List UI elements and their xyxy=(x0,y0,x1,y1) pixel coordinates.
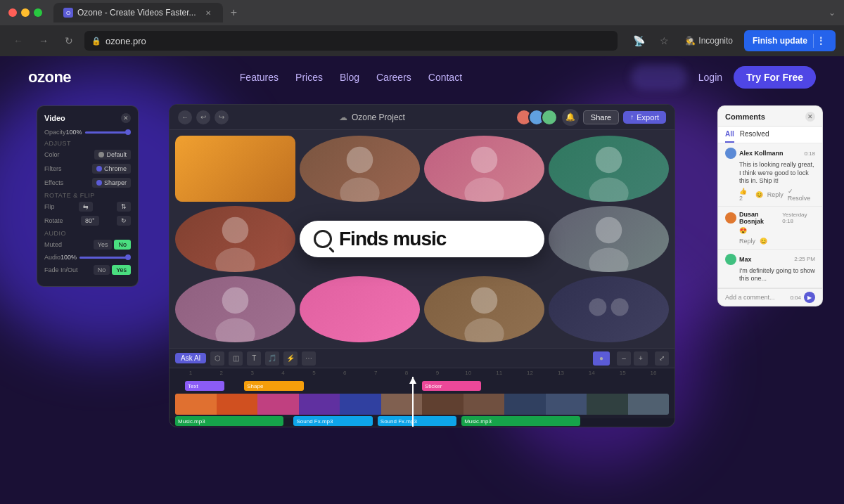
comment-avatar-3 xyxy=(725,254,736,265)
playhead[interactable] xyxy=(412,377,414,427)
fade-no-btn[interactable]: No xyxy=(94,265,110,275)
opacity-label: Opacity xyxy=(44,129,66,136)
music-track-1: Music.mp3 Sound Fx.mp3 Sound Fx.mp3 Musi… xyxy=(175,416,669,426)
comment-like-1[interactable]: 👍 2 xyxy=(739,188,751,202)
incognito-icon: 🕵️ xyxy=(685,36,696,46)
refresh-button[interactable]: ↻ xyxy=(59,31,79,51)
color-label: Color xyxy=(44,151,60,158)
minimize-window-button[interactable] xyxy=(21,8,30,17)
music-clip-1[interactable]: Music.mp3 xyxy=(175,416,283,426)
fade-toggle[interactable]: No Yes xyxy=(94,265,131,275)
comment-emoji-2[interactable]: 😊 xyxy=(760,238,767,245)
muted-no-btn[interactable]: No xyxy=(114,240,131,250)
timeline-icon-4[interactable]: 🎵 xyxy=(265,351,279,366)
finish-update-menu-icon[interactable]: ⋮ xyxy=(813,34,827,48)
color-value[interactable]: Default xyxy=(94,150,131,160)
app-redo-btn[interactable]: ↪ xyxy=(215,110,229,124)
timeline-icon-1[interactable]: ⬡ xyxy=(210,351,224,366)
opacity-slider[interactable] xyxy=(85,131,128,134)
website-content: ozone Features Prices Blog Careers Conta… xyxy=(0,56,844,504)
video-panel-close-button[interactable]: ✕ xyxy=(121,113,131,123)
filters-value[interactable]: Chrome xyxy=(92,164,131,174)
nav-careers[interactable]: Careers xyxy=(376,72,411,83)
timeline-zoom-out[interactable]: ● xyxy=(593,351,610,366)
adjust-section-label: Adjust xyxy=(44,140,131,147)
new-tab-button[interactable]: + xyxy=(226,4,243,21)
zoom-out-icon[interactable]: – xyxy=(617,351,631,366)
tab-close-button[interactable]: ✕ xyxy=(203,8,213,18)
flip-vertical-value[interactable]: ⇅ xyxy=(117,202,131,212)
nav-features[interactable]: Features xyxy=(240,72,279,83)
comment-send-button[interactable]: ▶ xyxy=(804,292,815,303)
comment-input-area[interactable]: Add a comment... 0:04 ▶ xyxy=(718,288,822,306)
maximize-window-button[interactable] xyxy=(34,8,42,17)
forward-button[interactable]: → xyxy=(34,31,53,51)
comment-reply-1[interactable]: Reply xyxy=(767,191,784,198)
export-button[interactable]: ↑ Export xyxy=(623,111,666,124)
bookmark-icon[interactable]: ☆ xyxy=(654,31,674,51)
comments-close-button[interactable]: ✕ xyxy=(805,112,815,122)
opacity-value: 100% xyxy=(66,129,82,136)
app-back-btn[interactable]: ← xyxy=(178,110,192,124)
cast-icon[interactable]: 📡 xyxy=(629,31,648,51)
timeline-icon-6[interactable]: ⋯ xyxy=(302,351,316,366)
tab-resolved[interactable]: Resolved xyxy=(740,127,769,143)
fullscreen-icon[interactable]: ⤢ xyxy=(655,351,669,366)
timeline-tracks: Text Shape Sticker xyxy=(170,377,674,427)
muted-toggle[interactable]: Yes No xyxy=(94,240,131,250)
zoom-in-icon[interactable]: + xyxy=(634,351,648,366)
muted-label: Muted xyxy=(44,241,62,248)
share-button[interactable]: Share xyxy=(583,110,619,124)
comment-input-placeholder[interactable]: Add a comment... xyxy=(725,294,787,301)
color-row: Color Default xyxy=(44,150,131,160)
tab-dropdown-icon[interactable]: ⌄ xyxy=(829,8,836,18)
nav-contact[interactable]: Contact xyxy=(428,72,462,83)
timeline-icon-2[interactable]: ◫ xyxy=(229,351,243,366)
shape-clip[interactable]: Shape xyxy=(244,381,303,391)
effects-value[interactable]: Sharper xyxy=(92,178,131,188)
audio-slider[interactable] xyxy=(79,257,128,259)
thumb-9 xyxy=(504,394,546,415)
grid-cell-6 xyxy=(549,206,669,272)
sticker-clip[interactable]: Sticker xyxy=(422,381,481,391)
notifications-icon[interactable]: 🔔 xyxy=(562,109,579,126)
comment-resolve-1[interactable]: ✓ Resolve xyxy=(788,188,815,202)
comment-emoji-1[interactable]: 😊 xyxy=(755,191,763,198)
tab-all[interactable]: All xyxy=(725,127,734,143)
rotate-icon[interactable]: ↻ xyxy=(117,216,131,226)
site-logo[interactable]: ozone xyxy=(28,68,71,86)
back-button[interactable]: ← xyxy=(8,31,28,51)
ask-ai-button[interactable]: Ask AI xyxy=(175,353,206,363)
music-clip-2[interactable]: Music.mp3 xyxy=(461,416,580,426)
rotate-label: Rotate xyxy=(44,217,63,224)
export-icon: ↑ xyxy=(630,113,634,121)
timeline-icon-3[interactable]: T xyxy=(247,351,261,366)
toolbar-actions: 📡 ☆ 🕵️ Incognito Finish update ⋮ xyxy=(629,30,836,51)
sound-fx-clip-2[interactable]: Sound Fx.mp3 xyxy=(378,416,456,426)
muted-yes-btn[interactable]: Yes xyxy=(94,240,113,250)
timeline-icon-5[interactable]: ⚡ xyxy=(283,351,298,366)
effects-row: Effects Sharper xyxy=(44,178,131,188)
fade-yes-btn[interactable]: Yes xyxy=(112,265,131,275)
login-button[interactable]: Login xyxy=(698,72,722,83)
text-clip[interactable]: Text xyxy=(185,381,224,391)
rotate-value[interactable]: 80° xyxy=(81,216,99,226)
flip-value[interactable]: ⇆ xyxy=(79,202,93,212)
comment-reply-2[interactable]: Reply xyxy=(739,238,755,245)
address-bar[interactable]: 🔒 ozone.pro xyxy=(84,31,618,51)
nav-blog[interactable]: Blog xyxy=(340,72,359,83)
sound-fx-clip-1[interactable]: Sound Fx.mp3 xyxy=(293,416,372,426)
comment-actions-2: Reply 😊 xyxy=(725,238,815,245)
rotate-flip-section-label: Rotate & Flip xyxy=(44,192,131,199)
app-undo-btn[interactable]: ↩ xyxy=(196,110,210,124)
audio-section-label: Audio xyxy=(44,230,131,237)
nav-prices[interactable]: Prices xyxy=(295,72,323,83)
app-showcase-area: Video ✕ Opacity 100% Adjust Color Defaul… xyxy=(0,98,844,427)
timeline-toolbar: Ask AI ⬡ ◫ T 🎵 ⚡ ⋯ ● – + ⤢ xyxy=(170,349,674,368)
active-tab[interactable]: O Ozone - Create Videos Faster... ✕ xyxy=(53,3,223,22)
finish-update-button[interactable]: Finish update ⋮ xyxy=(744,30,836,51)
try-free-button[interactable]: Try For Free xyxy=(734,66,816,89)
app-window: ← ↩ ↪ ☁ Ozone Project 🔔 Share xyxy=(169,104,675,427)
close-window-button[interactable] xyxy=(8,8,17,17)
comment-item-2: Dusan Bosnjak Yesterday 0:18 😍 Reply 😊 xyxy=(718,207,822,250)
